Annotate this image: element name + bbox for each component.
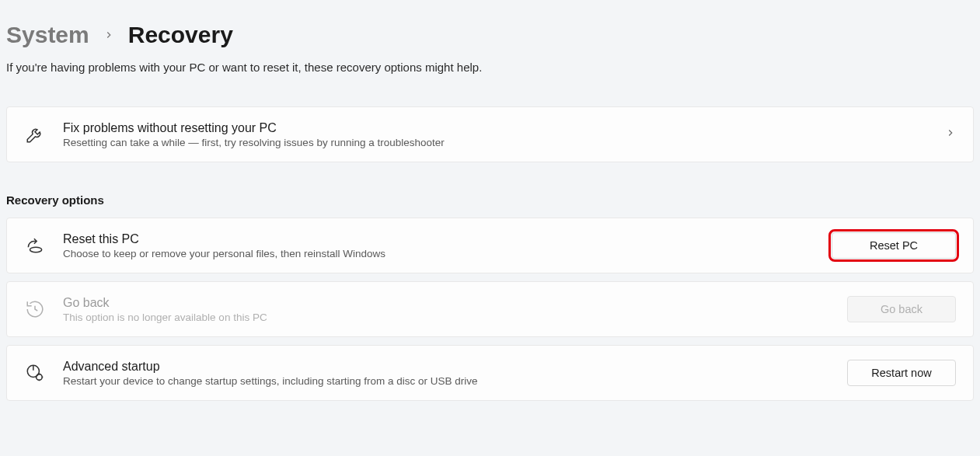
chevron-right-icon xyxy=(945,127,956,141)
chevron-right-icon xyxy=(103,26,114,44)
reset-pc-title: Reset this PC xyxy=(63,232,814,246)
reset-pc-desc: Choose to keep or remove your personal f… xyxy=(63,248,814,259)
page-subtitle: If you're having problems with your PC o… xyxy=(6,61,974,74)
go-back-card: Go back This option is no longer availab… xyxy=(6,281,974,337)
go-back-title: Go back xyxy=(63,296,830,310)
advanced-startup-title: Advanced startup xyxy=(63,360,830,374)
fix-problems-title: Fix problems without resetting your PC xyxy=(63,121,928,135)
advanced-startup-desc: Restart your device to change startup se… xyxy=(63,375,830,387)
advanced-startup-card: Advanced startup Restart your device to … xyxy=(6,345,974,401)
svg-point-0 xyxy=(30,247,42,252)
breadcrumb-current: Recovery xyxy=(128,22,233,48)
power-gear-icon xyxy=(24,362,46,384)
go-back-text: Go back This option is no longer availab… xyxy=(63,296,830,323)
svg-point-3 xyxy=(37,374,43,381)
fix-problems-desc: Resetting can take a while — first, try … xyxy=(63,137,928,148)
breadcrumb-parent[interactable]: System xyxy=(6,22,89,48)
advanced-startup-text: Advanced startup Restart your device to … xyxy=(63,360,830,387)
reset-pc-button[interactable]: Reset PC xyxy=(832,232,956,259)
history-icon xyxy=(24,298,46,320)
reset-pc-card: Reset this PC Choose to keep or remove y… xyxy=(6,218,974,273)
go-back-button: Go back xyxy=(847,296,956,322)
restart-now-button[interactable]: Restart now xyxy=(847,360,956,386)
reset-icon xyxy=(24,235,46,256)
recovery-options-heading: Recovery options xyxy=(6,193,974,207)
fix-problems-text: Fix problems without resetting your PC R… xyxy=(63,121,928,148)
reset-pc-text: Reset this PC Choose to keep or remove y… xyxy=(63,232,814,259)
go-back-desc: This option is no longer available on th… xyxy=(63,312,830,323)
breadcrumb: System Recovery xyxy=(6,22,974,48)
fix-problems-card[interactable]: Fix problems without resetting your PC R… xyxy=(6,106,974,162)
wrench-icon xyxy=(24,124,46,145)
